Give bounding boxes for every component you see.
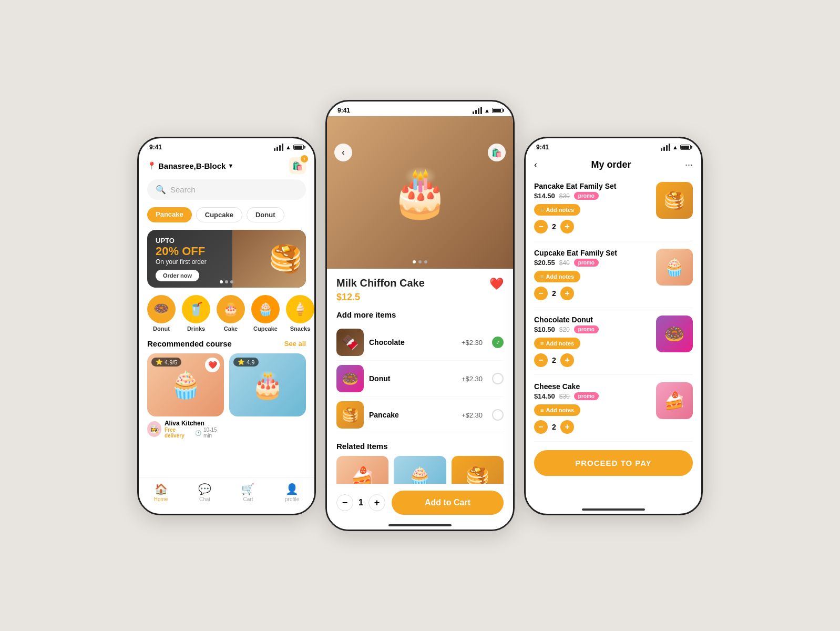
- profile-icon: 👤: [285, 483, 299, 495]
- cart-button-hero[interactable]: 🛍️: [488, 144, 506, 161]
- nav-cart[interactable]: 🛒 Cart: [241, 483, 254, 502]
- promo-tag-1: promo: [574, 192, 599, 200]
- addon-pancake-check[interactable]: [492, 409, 504, 421]
- hero-dots: [413, 260, 427, 263]
- category-cake[interactable]: 🎂 Cake: [217, 295, 245, 332]
- order-increase-3[interactable]: +: [560, 353, 574, 367]
- favorite-button-1[interactable]: ❤️: [205, 358, 220, 372]
- promo-tag-2: promo: [574, 259, 599, 267]
- back-button[interactable]: ‹: [334, 144, 352, 161]
- kitchen-meta-1: Free delivery 🕐 10-15 min: [165, 427, 224, 439]
- promo-text: UPTO 20% OFF On your first order Order n…: [147, 230, 215, 288]
- nav-profile[interactable]: 👤 profile: [285, 483, 299, 502]
- order-back-button[interactable]: ‹: [534, 159, 537, 170]
- order-decrease-2[interactable]: −: [534, 287, 548, 300]
- time-middle: 9:41: [337, 107, 350, 114]
- addon-pancake-price: +$2.30: [462, 411, 483, 419]
- location-name[interactable]: 📍 Banasree,B-Block ▼: [147, 161, 233, 170]
- order-qty-ctrl-1: − 2 +: [534, 220, 651, 233]
- battery-icon-right: [680, 145, 691, 150]
- star-icon: ⭐: [156, 359, 163, 365]
- addon-donut-check[interactable]: [492, 373, 504, 384]
- search-bar[interactable]: 🔍 Search: [147, 179, 306, 200]
- promo-off: 20% OFF: [156, 245, 207, 258]
- qty-decrease-button[interactable]: −: [336, 494, 353, 511]
- add-notes-button-2[interactable]: ≡ Add notes: [534, 271, 580, 282]
- chip-pancake[interactable]: Pancake: [147, 207, 192, 222]
- order-list: Pancake Eat Family Set $14.50 $30 promo …: [526, 175, 701, 442]
- category-snacks[interactable]: 🍦 Snacks: [286, 295, 314, 332]
- order-item-cheesecake-name: Cheese Cake: [534, 382, 651, 391]
- search-input[interactable]: Search: [170, 185, 196, 194]
- order-now-button[interactable]: Order now: [156, 270, 199, 281]
- quantity-control: − 1 +: [336, 494, 385, 511]
- order-item-cheesecake-price: $14.50: [534, 392, 555, 400]
- order-img-cupcake: 🧁: [656, 249, 693, 286]
- status-bar-middle: 9:41 ▲: [327, 101, 513, 116]
- add-notes-button-1[interactable]: ≡ Add notes: [534, 204, 580, 216]
- kitchen-info-1: 👩‍🍳 Aliva Kitchen Free delivery 🕐 10-15 …: [147, 416, 224, 439]
- signal-icon: [274, 144, 283, 151]
- add-notes-button-3[interactable]: ≡ Add notes: [534, 338, 580, 349]
- order-item-pancake-old-price: $30: [559, 192, 570, 200]
- cart-header-button[interactable]: 🛍️ 1: [289, 157, 306, 174]
- right-phone: 9:41 ▲ ‹ My order ···: [524, 137, 703, 515]
- home-icon: 🏠: [155, 483, 168, 495]
- proceed-to-pay-button[interactable]: PROCEED TO PAY: [534, 450, 693, 476]
- rec-card-image-1[interactable]: 🧁 ⭐ 4.9/5 ❤️: [147, 353, 224, 416]
- qty-increase-button[interactable]: +: [368, 494, 385, 511]
- recommended-title: Recommended course: [147, 339, 232, 348]
- status-bar-right: 9:41 ▲: [526, 138, 701, 153]
- promo-tag-4: promo: [574, 392, 599, 400]
- addon-chocolate-check[interactable]: ✓: [492, 337, 504, 348]
- order-item-cheesecake-old-price: $30: [559, 393, 570, 400]
- rec-card-image-2[interactable]: 🎂 ⭐ 4.9: [229, 353, 306, 416]
- order-decrease-1[interactable]: −: [534, 220, 548, 233]
- order-qty-1: 2: [552, 222, 556, 231]
- addon-chocolate: 🍫 Chocolate +$2.30 ✓: [336, 324, 504, 361]
- add-notes-button-4[interactable]: ≡ Add notes: [534, 404, 580, 416]
- notes-icon-4: ≡: [540, 407, 544, 413]
- middle-phone: 9:41 ▲ 🎂 ‹ 🛍️: [325, 100, 515, 531]
- status-bar-left: 9:41 ▲: [139, 138, 314, 153]
- see-all-button[interactable]: See all: [284, 340, 306, 348]
- order-more-button[interactable]: ···: [685, 159, 693, 170]
- order-title: My order: [591, 159, 631, 170]
- cupcake-icon: 🧁: [251, 295, 280, 323]
- addon-donut: 🍩 Donut +$2.30: [336, 361, 504, 397]
- wifi-icon-right: ▲: [672, 144, 678, 150]
- order-item-cupcake-info: Cupcake Eat Family Set $20.55 $40 promo …: [534, 249, 651, 300]
- battery-icon: [293, 145, 304, 150]
- donut-icon: 🍩: [147, 295, 176, 323]
- rec-card-2: 🎂 ⭐ 4.9: [229, 353, 306, 439]
- order-increase-2[interactable]: +: [560, 287, 574, 300]
- category-cupcake[interactable]: 🧁 Cupcake: [251, 295, 280, 332]
- nav-chat[interactable]: 💬 Chat: [198, 483, 211, 502]
- order-item-cupcake-name: Cupcake Eat Family Set: [534, 249, 651, 257]
- favorite-button-product[interactable]: ❤️: [489, 277, 504, 291]
- product-hero-image: 🎂 ‹ 🛍️: [327, 116, 513, 269]
- order-qty-4: 2: [552, 423, 556, 431]
- order-item-cheesecake-price-row: $14.50 $30 promo: [534, 392, 651, 400]
- order-decrease-4[interactable]: −: [534, 420, 548, 434]
- status-icons-left: ▲: [274, 144, 304, 151]
- promo-sub: On your first order: [156, 258, 207, 266]
- product-hero-icon: 🎂: [391, 165, 449, 220]
- addon-pancake-img: 🥞: [336, 401, 364, 429]
- order-item-pancake-name: Pancake Eat Family Set: [534, 182, 651, 190]
- category-donut[interactable]: 🍩 Donut: [147, 295, 176, 332]
- add-to-cart-button[interactable]: Add to Cart: [392, 491, 504, 515]
- promo-image: 🥞: [232, 230, 306, 288]
- location-pin-icon: 📍: [147, 161, 156, 170]
- signal-icon-mid: [473, 107, 482, 114]
- chip-donut[interactable]: Donut: [247, 207, 284, 222]
- chip-cupcake[interactable]: Cupcake: [196, 207, 242, 222]
- rating-badge-1: ⭐ 4.9/5: [151, 358, 181, 367]
- order-increase-4[interactable]: +: [560, 420, 574, 434]
- promo-banner: UPTO 20% OFF On your first order Order n…: [147, 230, 306, 288]
- order-decrease-3[interactable]: −: [534, 353, 548, 367]
- nav-home[interactable]: 🏠 Home: [154, 483, 168, 502]
- category-drinks[interactable]: 🥤 Drinks: [182, 295, 210, 332]
- order-increase-1[interactable]: +: [560, 220, 574, 233]
- wifi-icon-mid: ▲: [484, 107, 490, 114]
